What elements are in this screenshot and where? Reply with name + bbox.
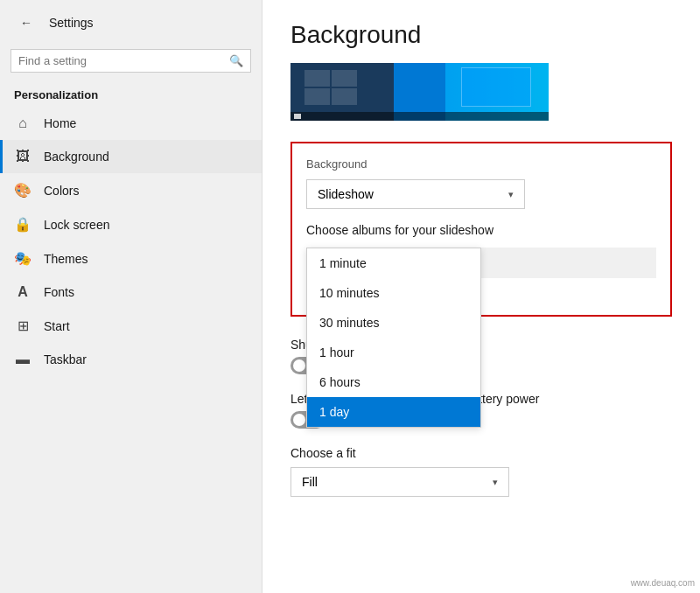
background-type-dropdown[interactable]: Slideshow ▾ [306,179,525,209]
app-title: Settings [49,16,94,30]
fonts-icon: A [14,284,32,300]
choose-fit-label: Choose a fit [290,446,672,460]
preview-start-button [294,114,301,119]
option-10-minutes[interactable]: 10 minutes [307,278,480,308]
battery-toggle-knob [293,414,305,426]
sidebar-item-fonts-label: Fonts [44,285,74,299]
sidebar-item-background[interactable]: 🖼 Background [0,140,262,173]
dropdown-current-value: Slideshow [318,187,374,201]
fit-chevron-down-icon: ▾ [493,477,498,488]
choose-albums-label: Choose albums for your slideshow [306,223,656,237]
sidebar-item-fonts[interactable]: A Fonts [0,276,262,309]
sidebar-item-home[interactable]: ⌂ Home [0,107,262,140]
watermark: www.deuaq.com [631,578,695,588]
sidebar-item-taskbar[interactable]: ▬ Taskbar [0,343,262,376]
sidebar-item-taskbar-label: Taskbar [44,352,87,366]
back-button[interactable]: ← [14,10,38,35]
start-icon: ⊞ [14,317,32,334]
search-input[interactable] [18,54,224,67]
sidebar-item-start-label: Start [44,319,70,333]
sidebar: ← Settings 🔍 Personalization ⌂ Home 🖼 Ba… [0,0,262,593]
colors-icon: 🎨 [14,182,32,199]
time-interval-dropdown-list: 1 minute 10 minutes 30 minutes 1 hour 6 … [306,248,481,428]
main-content: Background Background Slideshow ▾ Choose… [262,0,700,593]
fit-dropdown[interactable]: Fill ▾ [290,467,509,497]
background-config-section: Background Slideshow ▾ Choose albums for… [290,142,672,317]
sidebar-item-background-label: Background [44,150,109,164]
fit-current-value: Fill [302,475,318,489]
option-6-hours[interactable]: 6 hours [307,367,480,397]
taskbar-icon: ▬ [14,352,32,367]
sidebar-item-colors[interactable]: 🎨 Colors [0,173,262,207]
preview-browser-window [461,67,531,107]
background-type-dropdown-wrapper: Slideshow ▾ [306,179,525,209]
page-title: Background [290,21,672,49]
background-icon: 🖼 [14,149,32,164]
preview-taskbar [290,112,549,121]
option-30-minutes[interactable]: 30 minutes [307,308,480,338]
sidebar-item-start[interactable]: ⊞ Start [0,309,262,343]
option-1-minute[interactable]: 1 minute [307,248,480,278]
toggle-knob [293,359,305,372]
themes-icon: 🎭 [14,250,32,267]
preview-windows-icon [304,70,357,105]
chevron-down-icon: ▾ [508,189,514,200]
background-dropdown-label: Background [306,157,656,171]
lock-screen-icon: 🔒 [14,216,32,233]
option-1-hour[interactable]: 1 hour [307,338,480,367]
sidebar-item-themes-label: Themes [44,252,88,266]
search-icon: 🔍 [229,54,243,67]
fit-section: Choose a fit Fill ▾ [290,446,672,497]
personalization-heading: Personalization [0,80,262,107]
option-1-day[interactable]: 1 day [307,397,480,427]
albums-area: es e every 1 minute 10 minutes 30 minute… [306,248,656,301]
sidebar-item-home-label: Home [44,116,76,130]
back-icon: ← [20,16,32,30]
sidebar-item-colors-label: Colors [44,184,79,198]
background-preview [290,63,549,121]
search-box[interactable]: 🔍 [10,49,251,73]
home-icon: ⌂ [14,115,32,131]
sidebar-item-lock-screen-label: Lock screen [44,218,109,232]
titlebar: ← Settings [0,0,262,45]
sidebar-item-themes[interactable]: 🎭 Themes [0,241,262,276]
sidebar-item-lock-screen[interactable]: 🔒 Lock screen [0,207,262,241]
